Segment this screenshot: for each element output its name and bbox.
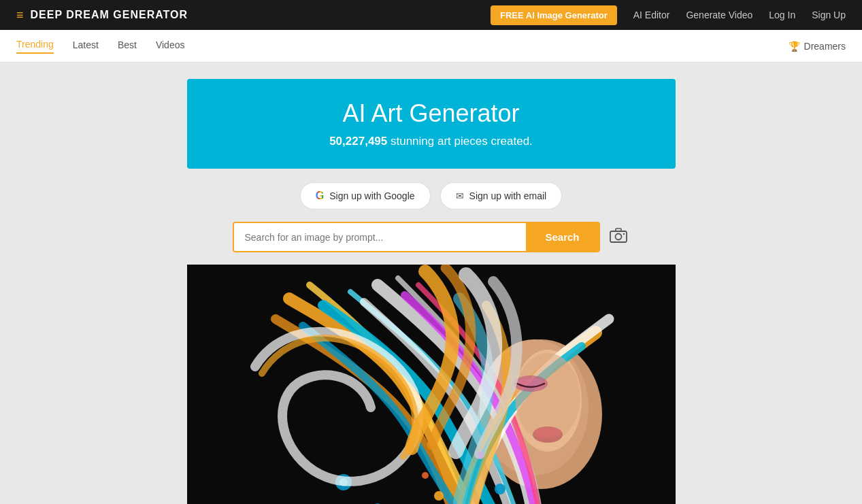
svg-point-1 xyxy=(615,233,621,239)
hero-subtitle-text: stunning art pieces created. xyxy=(387,135,533,148)
svg-rect-2 xyxy=(616,229,621,231)
camera-icon xyxy=(610,228,627,243)
hamburger-icon[interactable]: ≡ xyxy=(16,8,24,22)
svg-point-15 xyxy=(495,484,505,494)
tabs-left: Trending Latest Best Videos xyxy=(16,39,184,54)
trophy-icon: 🏆 xyxy=(789,41,800,52)
tab-trending[interactable]: Trending xyxy=(16,39,54,54)
email-signup-label: Sign up with email xyxy=(469,190,547,201)
google-signup-button[interactable]: G Sign up with Google xyxy=(300,182,431,209)
hero-image-container xyxy=(0,265,862,504)
brand-name: DEEP DREAM GENERATOR xyxy=(31,9,188,21)
generate-video-link[interactable]: Generate Video xyxy=(686,10,752,20)
sign-up-link[interactable]: Sign Up xyxy=(812,10,846,20)
camera-button[interactable] xyxy=(607,225,630,250)
svg-point-13 xyxy=(422,472,429,479)
ai-editor-link[interactable]: AI Editor xyxy=(633,10,670,20)
navbar-right: FREE AI Image Generator AI Editor Genera… xyxy=(491,5,846,25)
search-input-wrapper: Search xyxy=(233,222,600,252)
hero-title: AI Art Generator xyxy=(201,99,662,128)
signup-buttons: G Sign up with Google ✉ Sign up with ema… xyxy=(0,182,862,209)
svg-point-3 xyxy=(623,233,624,234)
search-button[interactable]: Search xyxy=(526,223,598,251)
search-input[interactable] xyxy=(234,223,527,251)
log-in-link[interactable]: Log In xyxy=(769,10,795,20)
search-bar-container: Search xyxy=(0,222,862,252)
email-icon: ✉ xyxy=(456,190,464,201)
tab-best[interactable]: Best xyxy=(118,39,137,53)
svg-point-20 xyxy=(534,427,561,438)
email-signup-button[interactable]: ✉ Sign up with email xyxy=(440,182,563,209)
tab-videos[interactable]: Videos xyxy=(156,39,185,53)
tab-latest[interactable]: Latest xyxy=(73,39,99,53)
hero-banner: AI Art Generator 50,227,495 stunning art… xyxy=(187,79,676,169)
tabs-bar: Trending Latest Best Videos 🏆 Dreamers xyxy=(0,30,862,63)
navbar-left: ≡ DEEP DREAM GENERATOR xyxy=(16,8,188,22)
artwork-svg xyxy=(187,265,676,504)
svg-point-12 xyxy=(434,491,444,501)
main-content: AI Art Generator 50,227,495 stunning art… xyxy=(0,71,862,504)
google-signup-label: Sign up with Google xyxy=(329,190,414,201)
google-icon: G xyxy=(316,190,324,202)
hero-count: 50,227,495 xyxy=(329,135,387,148)
free-ai-button[interactable]: FREE AI Image Generator xyxy=(491,5,617,25)
hero-image xyxy=(187,265,676,504)
navbar: ≡ DEEP DREAM GENERATOR FREE AI Image Gen… xyxy=(0,0,862,30)
hero-subtitle: 50,227,495 stunning art pieces created. xyxy=(201,135,662,148)
dreamers-link[interactable]: 🏆 Dreamers xyxy=(789,41,846,52)
dreamers-label: Dreamers xyxy=(804,41,846,52)
svg-rect-0 xyxy=(610,231,627,242)
